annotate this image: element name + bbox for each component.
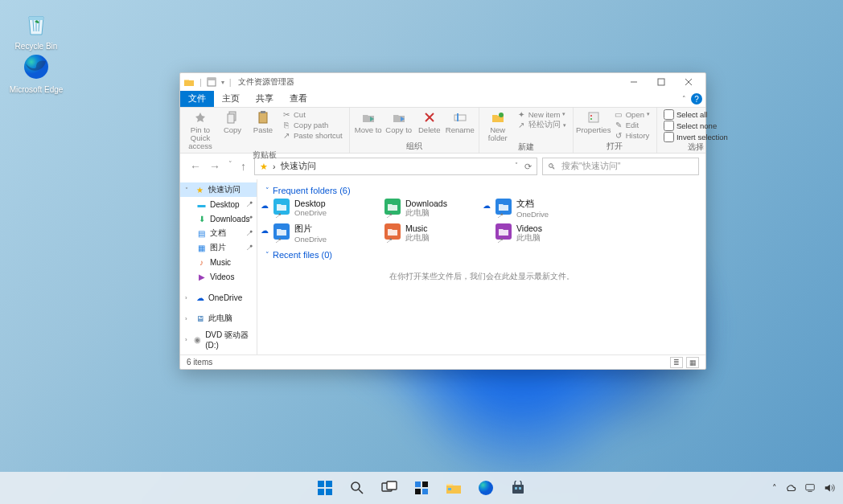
pin-to-quick-access-button[interactable]: Pin to Quick access [185, 109, 216, 150]
taskbar: ˄ [0, 472, 843, 504]
delete-button[interactable]: Delete [416, 109, 443, 141]
tab-file[interactable]: 文件 [180, 91, 214, 107]
sidebar-item-quick-access[interactable]: ˅★快速访问 [180, 182, 257, 197]
folder-card[interactable]: ☁📍︎DesktopOneDrive [273, 199, 370, 219]
onedrive-tray-icon[interactable] [785, 482, 796, 494]
svg-rect-13 [454, 115, 466, 121]
rename-button[interactable]: Rename [446, 109, 474, 141]
edge-icon [19, 50, 53, 84]
breadcrumb[interactable]: 快速访问 [281, 161, 316, 172]
folder-card[interactable]: 📍︎Music此电脑 [384, 223, 481, 244]
svg-point-15 [499, 113, 504, 117]
svg-rect-30 [422, 489, 428, 494]
cut-button[interactable]: ✂Cut [280, 109, 344, 119]
details-view-button[interactable]: ≣ [670, 357, 683, 368]
edge-taskbar-button[interactable] [472, 474, 500, 502]
titlebar[interactable]: | ▾ | 文件资源管理器 [180, 73, 705, 91]
ribbon-group-select: Select all Select none Invert selection … [657, 108, 734, 153]
copy-path-button[interactable]: ⎘Copy path [280, 120, 344, 129]
paste-button[interactable]: Paste [249, 109, 277, 150]
desktop-icon-recycle-bin[interactable]: Recycle Bin [8, 6, 64, 51]
sidebar-item-documents[interactable]: ▤文档📍︎ [180, 226, 257, 240]
history-button[interactable]: ↺History [612, 130, 652, 140]
properties-qat-icon[interactable] [207, 77, 216, 87]
pin-icon [194, 109, 207, 125]
status-bar: 6 items ≣ ▦ [180, 354, 705, 369]
search-placeholder: 搜索"快速访问" [561, 161, 620, 172]
svg-rect-10 [261, 111, 265, 113]
maximize-button[interactable] [648, 73, 675, 91]
sidebar-item-downloads[interactable]: ⬇Downloads📍︎ [180, 211, 257, 226]
sidebar-item-this-pc[interactable]: ›🖥︎此电脑 [180, 311, 257, 326]
select-none-button[interactable]: Select none [662, 121, 730, 131]
frequent-folders-header[interactable]: ˅Frequent folders (6) [265, 186, 697, 195]
close-button[interactable] [675, 73, 702, 91]
tab-view[interactable]: 查看 [282, 91, 315, 107]
refresh-icon[interactable]: ⟳ [524, 162, 532, 171]
content-pane: ˅Frequent folders (6) ☁📍︎DesktopOneDrive… [257, 179, 705, 354]
tab-home[interactable]: 主页 [214, 91, 248, 107]
delete-icon [424, 109, 435, 125]
properties-button[interactable]: Properties [578, 109, 609, 141]
sidebar-item-videos[interactable]: ▶Videos [180, 269, 257, 284]
frequent-folders-grid: ☁📍︎DesktopOneDrive📍︎Downloads此电脑☁📍︎文档One… [273, 199, 697, 244]
nav-forward-button[interactable]: → [209, 160, 220, 173]
select-all-button[interactable]: Select all [662, 109, 730, 120]
tray-chevron-icon[interactable]: ˄ [772, 483, 777, 494]
widgets-button[interactable] [408, 474, 435, 502]
svg-rect-35 [519, 487, 521, 490]
folder-card[interactable]: ☁📍︎图片OneDrive [273, 223, 370, 244]
address-dropdown-icon[interactable]: ˅ [515, 162, 518, 171]
sidebar-item-onedrive[interactable]: ›☁OneDrive [180, 290, 257, 305]
network-tray-icon[interactable] [804, 482, 816, 494]
new-folder-icon [491, 109, 504, 125]
folder-card[interactable]: 📍︎Downloads此电脑 [384, 199, 481, 219]
open-button[interactable]: ▭Open ▾ [612, 109, 652, 119]
folder-card[interactable]: 📍︎Videos此电脑 [496, 223, 592, 244]
store-taskbar-button[interactable] [504, 474, 532, 502]
folder-name: Videos [516, 223, 542, 233]
minimize-button[interactable] [620, 73, 648, 91]
sidebar-item-pictures[interactable]: ▦图片📍︎ [180, 240, 257, 255]
new-item-button[interactable]: ✦New item ▾ [515, 109, 568, 119]
invert-selection-button[interactable]: Invert selection [662, 132, 730, 142]
sidebar-item-network[interactable]: ›🖧︎网络 [180, 353, 257, 354]
nav-recent-button[interactable]: ˅ [228, 160, 232, 173]
new-folder-button[interactable]: New folder [484, 109, 512, 142]
paste-icon [257, 109, 269, 125]
sidebar-item-dvd[interactable]: ›◉DVD 驱动器 (D:) [180, 332, 257, 346]
pin-icon: 📍︎ [246, 244, 253, 252]
recent-files-header[interactable]: ˅Recent files (0) [265, 250, 697, 260]
paste-shortcut-button[interactable]: ↗Paste shortcut [280, 130, 344, 140]
folder-location: OneDrive [294, 235, 327, 244]
svg-rect-33 [512, 485, 524, 494]
qat-chevron-icon[interactable]: ▾ [221, 79, 224, 86]
icons-view-button[interactable]: ▦ [686, 357, 699, 368]
desktop-icon-edge[interactable]: Microsoft Edge [8, 50, 64, 95]
folder-name: 文档 [516, 199, 549, 210]
edit-button[interactable]: ✎Edit [612, 120, 652, 129]
pin-icon: 📍︎ [497, 237, 504, 244]
pin-icon: 📍︎ [246, 200, 253, 208]
help-icon[interactable]: ? [691, 93, 702, 104]
move-to-button[interactable]: Move to [355, 109, 382, 141]
start-button[interactable] [311, 474, 339, 502]
search-button[interactable] [343, 474, 371, 502]
sidebar-item-desktop[interactable]: ▬Desktop📍︎ [180, 197, 257, 211]
nav-back-button[interactable]: ← [190, 160, 201, 173]
folder-card[interactable]: ☁📍︎文档OneDrive [496, 199, 592, 219]
tab-share[interactable]: 共享 [248, 91, 282, 107]
copy-to-button[interactable]: Copy to [385, 109, 413, 141]
sidebar-item-music[interactable]: ♪Music [180, 255, 257, 269]
new-item-icon: ✦ [516, 109, 526, 119]
task-view-button[interactable] [376, 474, 403, 502]
move-icon [362, 109, 375, 125]
file-explorer-taskbar-button[interactable] [440, 474, 467, 502]
volume-tray-icon[interactable] [824, 482, 835, 494]
nav-up-button[interactable]: ↑ [241, 160, 246, 173]
ribbon-collapse-icon[interactable]: ˄ [682, 95, 686, 103]
easy-access-button[interactable]: ↗轻松访问 ▾ [515, 120, 568, 130]
search-input[interactable]: 🔍︎ 搜索"快速访问" [542, 158, 699, 175]
pin-icon: 📍︎ [275, 237, 282, 244]
copy-button[interactable]: Copy [219, 109, 246, 150]
